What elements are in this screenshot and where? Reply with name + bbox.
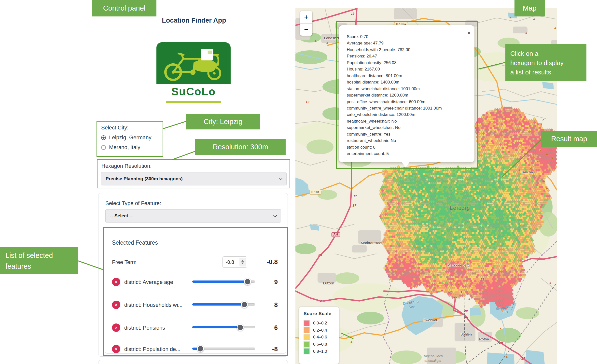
road-badge: A 9 [332, 232, 340, 237]
peak-icon: ▲ [545, 152, 549, 155]
peak-icon: ▲ [426, 283, 429, 287]
popup-line: healthcare_wheelchair: No [347, 118, 470, 124]
control-panel-callout: Control panel [92, 0, 156, 16]
feature-weight-value: 9 [263, 278, 278, 286]
peak-icon: ▲ [518, 168, 521, 172]
popup-line: post_office_wheelchair distance: 600.00m [347, 98, 470, 105]
map-callout: Map [514, 0, 545, 16]
zoom-out-button[interactable]: − [300, 24, 312, 36]
legend-entry: 0.8–1.0 [304, 348, 339, 355]
peak-icon: ▲ [533, 17, 536, 20]
town-label: Markranstädt [361, 241, 382, 245]
popup-line: Housing: 2167.00 [347, 66, 470, 72]
feature-weight-slider[interactable] [192, 345, 255, 352]
popup-line: hospital distance: 1400.00m [347, 79, 470, 85]
peak-icon: ▲ [536, 159, 540, 163]
radio-selected-icon[interactable] [101, 135, 106, 140]
hexagon-result-popup: × Score: 0.70Average age: 47.79Household… [339, 25, 474, 162]
logo-wordmark-strip: SuCoLo [156, 84, 231, 99]
city-callout: City: Leipzig [186, 114, 260, 129]
chevron-down-icon [279, 176, 283, 180]
peak-icon: ▲ [505, 355, 508, 358]
feature-weight-slider[interactable] [192, 324, 255, 331]
logo-wordmark: SuCoLo [171, 85, 216, 98]
route-number: 31 [458, 290, 462, 294]
route-number: 28 [499, 341, 503, 345]
route-number: 32 [481, 278, 484, 281]
popup-line: station count: 0 [347, 144, 470, 150]
close-icon[interactable]: × [468, 30, 471, 35]
road-badge: B 181 [309, 190, 321, 195]
route-number: 29 [464, 316, 468, 320]
town-label: Böhlen [460, 332, 472, 336]
free-term-input[interactable]: -0.8 [222, 256, 247, 268]
peak-icon: ▲ [499, 326, 502, 330]
area-note-label: Tagebauloch ehemaliger [423, 354, 443, 363]
route-number: 17 [352, 204, 356, 207]
page-title: Location Finder App [133, 17, 255, 24]
zoom-control: + − [300, 11, 312, 36]
route-number: 27 [521, 357, 525, 360]
feature-row: ✕district: Population de...-8 [105, 344, 286, 354]
chevron-down-icon [273, 213, 277, 217]
popup-line: Population density: 256.08 [347, 59, 470, 66]
cargo-bike-icon [161, 45, 226, 82]
peak-icon: ▲ [554, 26, 557, 29]
route-number: 28 [320, 299, 323, 303]
selected-features-title: Selected Features [112, 239, 158, 246]
route-number: 13 [351, 12, 354, 15]
popup-line: Households with 2 people: 782.00 [347, 46, 470, 53]
city-option-leipzig[interactable]: Leipzig, Germany [101, 134, 163, 141]
town-label: Markkleeberg [447, 263, 470, 267]
hexagon-resolution-group: Hexagon Resolution: Precise Planning (30… [97, 159, 290, 188]
popup-line: Pensions: 26.47 [347, 53, 470, 59]
town-label: Lützen [323, 281, 334, 285]
town-label: Brehna [401, 8, 412, 9]
feature-row: ✕district: Pensions6 [105, 323, 286, 333]
feature-row: ✕district: Households wi...8 [105, 300, 286, 310]
popup-line: cafe_wheelchair distance: 1200.00m [347, 111, 470, 118]
peak-icon: ▲ [314, 39, 317, 42]
popup-line: entertainment count: 5 [347, 150, 470, 157]
peak-icon: ▲ [545, 186, 549, 189]
click-hexagon-callout: Click on a hexagon to display a list of … [505, 44, 586, 81]
radio-unselected-icon[interactable] [101, 145, 106, 150]
popup-line: community_centre_wheelchair distance: 10… [347, 105, 470, 111]
result-map-callout: Result map [541, 131, 597, 147]
peak-icon: ▲ [549, 281, 552, 285]
peak-icon: ▲ [551, 156, 554, 160]
free-term-label: Free Term [112, 259, 137, 266]
remove-feature-button[interactable]: ✕ [112, 345, 120, 353]
remove-feature-button[interactable]: ✕ [112, 301, 120, 309]
number-stepper-icon[interactable] [239, 258, 246, 266]
score-scale-legend: Score Scale 0.0–0.20.2–0.40.4–0.60.6–0.8… [299, 307, 339, 364]
feature-weight-value: 8 [263, 301, 278, 309]
legend-entry: 0.4–0.6 [304, 334, 339, 341]
feature-weight-value: 6 [263, 324, 278, 332]
legend-entry: 0.0–0.2 [304, 320, 339, 327]
route-number: 30 [454, 296, 457, 300]
feature-label: district: Population de... [124, 346, 180, 352]
remove-feature-button[interactable]: ✕ [112, 323, 120, 332]
hexagon-resolution-select[interactable]: Precise Planning (300m hexagons) [101, 172, 287, 185]
peak-icon: ▲ [326, 41, 329, 44]
feature-weight-slider[interactable] [192, 301, 255, 308]
feature-type-label: Select Type of Feature: [105, 200, 161, 207]
route-number: 29 [464, 309, 468, 313]
city-option-merano[interactable]: Merano, Italy [101, 144, 163, 151]
route-number: 19 [305, 100, 309, 104]
peak-icon: ▲ [539, 148, 542, 152]
zoom-in-button[interactable]: + [300, 11, 312, 23]
free-term-weight: -0.8 [263, 258, 278, 266]
popup-line: supermarket_wheelchair: No [347, 124, 470, 131]
feature-weight-slider[interactable] [192, 278, 255, 285]
remove-feature-button[interactable]: ✕ [112, 278, 120, 286]
logo-underline [166, 101, 221, 103]
next-panel-edge [98, 360, 288, 364]
feature-type-select[interactable]: -- Select -- [105, 209, 281, 223]
peak-icon: ▲ [372, 296, 375, 300]
selected-features-callout: List of selected features [0, 247, 78, 274]
route-number: 31 [448, 290, 452, 294]
peak-icon: ▲ [457, 282, 460, 286]
legend-entry: 0.2–0.4 [304, 327, 339, 334]
